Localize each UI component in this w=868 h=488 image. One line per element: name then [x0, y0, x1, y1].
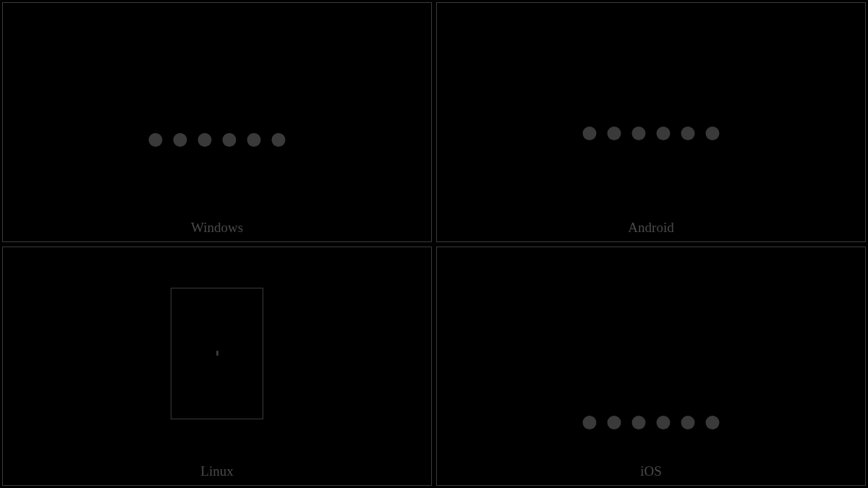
dot-icon [706, 416, 720, 429]
panel-label-ios: iOS [640, 463, 662, 479]
dot-icon [706, 127, 720, 140]
glyph-area-windows [3, 3, 431, 216]
panel-label-linux: Linux [200, 463, 233, 479]
glyph-dots-ios [583, 416, 720, 429]
dot-icon [272, 133, 286, 147]
dot-icon [149, 133, 163, 147]
dot-icon [583, 416, 597, 429]
dot-icon [608, 416, 621, 429]
dot-icon [681, 127, 695, 140]
missing-glyph-box [171, 288, 263, 419]
glyph-area-android [437, 3, 865, 216]
glyph-area-linux [3, 247, 431, 461]
panel-ios: iOS [436, 247, 866, 487]
panel-label-windows: Windows [191, 220, 243, 236]
panel-linux: Linux [2, 247, 432, 487]
panel-label-android: Android [628, 220, 673, 236]
dot-icon [174, 133, 187, 147]
glyph-mark-icon [216, 351, 218, 356]
glyph-area-ios [437, 247, 865, 461]
dot-icon [681, 416, 695, 429]
dot-icon [223, 133, 237, 147]
dot-icon [657, 127, 671, 140]
dot-icon [632, 416, 646, 429]
dot-icon [247, 133, 261, 147]
dot-icon [657, 416, 671, 429]
dot-icon [632, 127, 646, 140]
panel-windows: Windows [2, 2, 432, 242]
glyph-dots-windows [149, 133, 286, 147]
dot-icon [583, 127, 597, 140]
dot-icon [198, 133, 212, 147]
glyph-dots-android [583, 127, 720, 140]
panel-android: Android [436, 2, 866, 242]
dot-icon [608, 127, 621, 140]
